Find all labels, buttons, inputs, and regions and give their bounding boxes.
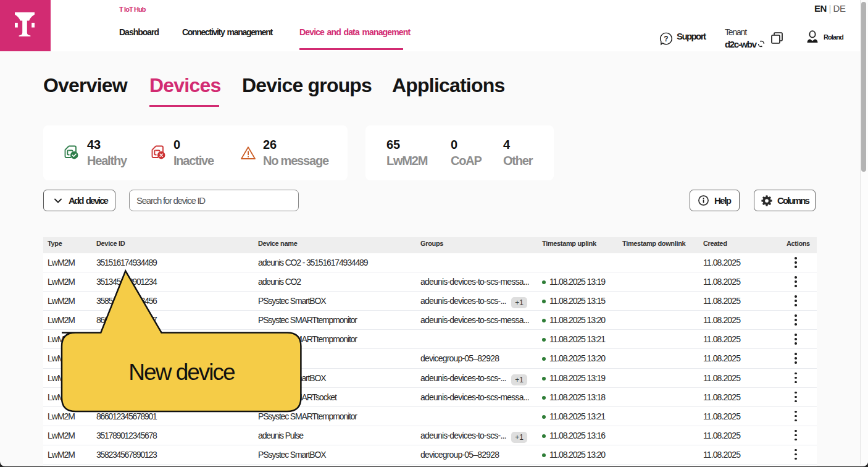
svg-text:?: ? <box>664 35 668 43</box>
